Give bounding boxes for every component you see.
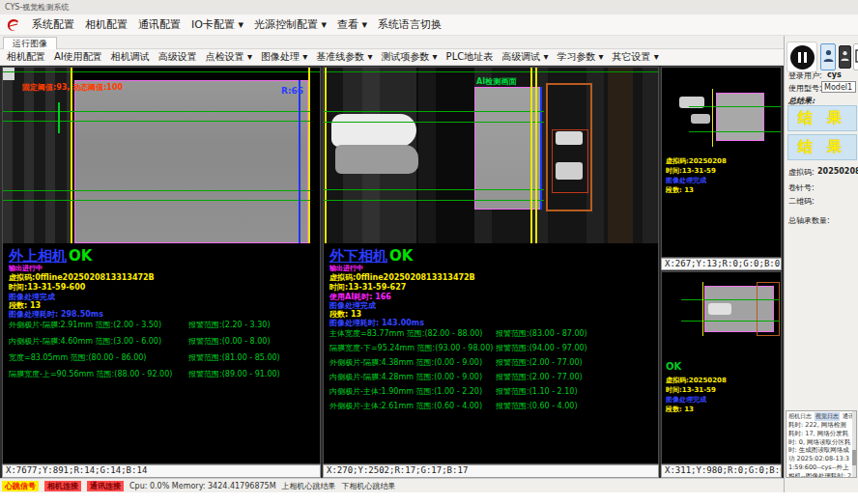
tab-run-image[interactable]: 运行图像 [3,37,57,50]
preview-upper-view[interactable]: 虚拟码:20250208 时间:13-31-59 图像处理完成 段数: 13 [661,67,782,258]
lower-camera-view[interactable]: AI检测画面 外下相机OK 输出进行中 虚拟码:0ffline202502081… [323,67,659,464]
menu-item-light-config[interactable]: 光源控制配置 ▾ [254,17,327,32]
toolbar-item-advanced-settings[interactable]: 高级设置 [158,50,197,64]
preview-upper-text: 虚拟码:20250208 [666,156,727,166]
middle-green-line-3 [324,189,544,190]
preview-upper-text: 时间:13-31-59 [666,166,716,176]
application-window: CYS-视觉检测系统 系统配置 相机配置 通讯配置 IO卡配置 ▾ 光源控制配置… [0,0,858,504]
log-tab-vision[interactable]: 视觉日志 [815,412,840,421]
toolbar-item-ai-config[interactable]: AI使用配置 [54,50,102,64]
preview-lower-view[interactable]: OK 虚拟码:20250208 时间:13-31-59 图像处理完成 段数: 1… [661,271,782,464]
toolbar-item-camera-debug[interactable]: 相机调试 [111,50,150,64]
left-product-region [74,80,308,243]
left-camera-image[interactable]: 固定阈值:93, 动态阈值:100 R:66 [3,68,320,243]
lower-camera-status: OK [389,247,413,265]
preview-lower-text: 图像处理完成 [666,395,706,405]
menu-item-comm-config[interactable]: 通讯配置 [138,17,181,32]
model-select[interactable]: Model1 [821,81,856,93]
lower-measurement-row: 主体宽度=83.77mm 范围:(82.00 - 88.00)报警范围:(83.… [329,328,654,339]
login-user-label: 登录用户: [788,70,822,81]
model-label: 使用型号: [788,83,822,94]
left-camera-status: OK [69,247,92,265]
left-threshold-label: 固定阈值:93, 动态阈值:100 [22,82,123,93]
control-side-panel: 登录用户: cys 使用型号: Model1 总结果: 结 果 结 果 虚拟码:… [784,36,858,492]
pause-icon [790,45,815,70]
middle-green-line-2 [324,122,544,123]
preview-upper-green-line-2 [689,131,782,132]
preview-upper-yellow-line [712,89,713,147]
preview-lower-text: 虚拟码:20250208 [666,376,727,385]
log-scrollbar[interactable] [852,411,856,477]
tab-bar: 运行图像 [0,36,784,49]
comm-link-badge: 通讯连接 [87,481,124,491]
lower-camera-name: 外下相机 [329,247,387,265]
left-camera-view[interactable]: 固定阈值:93, 动态阈值:100 R:66 外上相机OK 输出进行中 虚拟码:… [2,67,321,464]
middle-yellow-line-2 [535,68,537,243]
menu-item-view[interactable]: 查看 ▾ [337,17,367,32]
app-logo-icon [5,16,21,33]
lower-camera-image[interactable]: AI检测画面 [324,68,658,243]
cpu-memory-status: Cpu: 0.0% Memory: 3424.41796875M [129,482,276,490]
preview-upper-spot-2 [691,114,710,124]
camera-link-badge: 相机连接 [44,481,81,491]
preview-upper-text: 图像处理完成 [666,176,706,185]
left-camera-name: 外上相机 [9,247,67,265]
middle-ai-label: AI检测画面 [476,76,516,87]
menu-item-language-switch[interactable]: 系统语言切换 [378,17,442,32]
menu-item-system-config[interactable]: 系统配置 [32,17,74,32]
left-green-line-2 [3,121,310,122]
preview-upper-coordinates-bar: X:267;Y:13;R:0;G:0;B:0 [661,258,782,270]
left-image-top-guide-line [3,71,320,72]
toolbar-item-test-params[interactable]: 测试项参数 ▾ [381,50,437,64]
menu-item-camera-config[interactable]: 相机配置 [85,17,128,32]
log-text: 耗时: 222, 网络检测耗时: 17, 网络分发耗时: 0, 网络读取分区耗时… [788,421,852,478]
preview-lower-status: OK [666,361,681,372]
operator-glove [331,112,420,183]
operator-mode-button[interactable] [820,43,836,70]
pause-button[interactable] [786,42,817,72]
preview-lower-roi-rect [757,282,780,336]
window-title: CYS-视觉检测系统 [5,3,69,12]
lower-measurement-row: 隔膜宽度-下=95.24mm 范围:(93.00 - 98.00)报警范围:(9… [329,343,654,353]
menu-item-io-config[interactable]: IO卡配置 ▾ [191,17,243,32]
toolbar-item-advanced-debug[interactable]: 高级调试 ▾ [501,50,548,64]
preview-lower-yellow-line [702,282,703,336]
toolbar-item-spot-check[interactable]: 点检设置 ▾ [206,50,252,64]
toolbar-item-plc-address[interactable]: PLC地址表 [446,50,494,64]
preview-lower-coordinates-bar: X:311;Y:980;R:0;G:0;B:0 [661,464,782,478]
left-green-line-4 [3,200,310,201]
virtual-code-label: 虚拟码: [788,167,815,178]
left-image-background [3,68,72,243]
preview-lower-text: 时间:13-31-59 [666,385,716,395]
qr-code-label: 二维码: [788,196,815,207]
toolbar-item-baseline-params[interactable]: 基准线参数 ▾ [316,50,372,64]
left-measurement-row: 隔膜宽度-上=90.56mm 范围:(88.00 - 92.00)报警范围:(8… [9,369,316,379]
middle-blue-measure-line [540,87,542,210]
middle-yellow-edge-line [325,68,327,243]
lower-coordinates-bar: X:270;Y:2502;R:17;G:17;B:17 [323,464,659,478]
log-tab-bar: 相机日志 视觉日志 通讯日志 [787,412,857,421]
bottom-strip [0,492,858,504]
preview-upper-product [716,93,764,141]
left-blue-value-label: R:66 [281,86,303,96]
exit-button[interactable] [853,43,858,70]
middle-green-line-4 [324,200,544,201]
needle-number-label: 卷针号: [788,182,815,193]
log-tab-camera[interactable]: 相机日志 [787,412,813,421]
left-result-info: 外上相机OK 输出进行中 虚拟码:0ffline2025020813313472… [3,243,320,463]
left-measurement-row: 宽度=83.05mm 范围:(80.00 - 86.00)报警范围:(81.00… [9,352,316,363]
preview-lower-spot [708,303,731,315]
toolbar-item-other-settings[interactable]: 其它设置 ▾ [613,50,659,64]
toolbar-item-camera-config[interactable]: 相机配置 [7,50,45,64]
login-user-value: cys [827,70,842,79]
admin-mode-button[interactable] [839,45,851,69]
toolbar-item-image-processing[interactable]: 图像处理 ▾ [261,50,307,64]
user-dark-icon [841,50,849,64]
menu-bar: 系统配置 相机配置 通讯配置 IO卡配置 ▾ 光源控制配置 ▾ 查看 ▾ 系统语… [0,14,858,36]
lower-result-info: 外下相机OK 输出进行中 虚拟码:0ffline2025020813313472… [324,243,658,463]
total-count-label: 总轴承数量: [788,215,830,226]
toolbar-item-learning-params[interactable]: 学习参数 ▾ [557,50,603,64]
log-area[interactable]: 相机日志 视觉日志 通讯日志 耗时: 222, 网络检测耗时: 17, 网络分发… [786,410,857,478]
left-measurement-row: 内侧极片-隔膜:4.60mm 范围:(3.00 - 6.00)报警范围:(0.0… [9,336,316,347]
left-process-time: 图像处理耗时: 298.50ms [9,309,103,320]
